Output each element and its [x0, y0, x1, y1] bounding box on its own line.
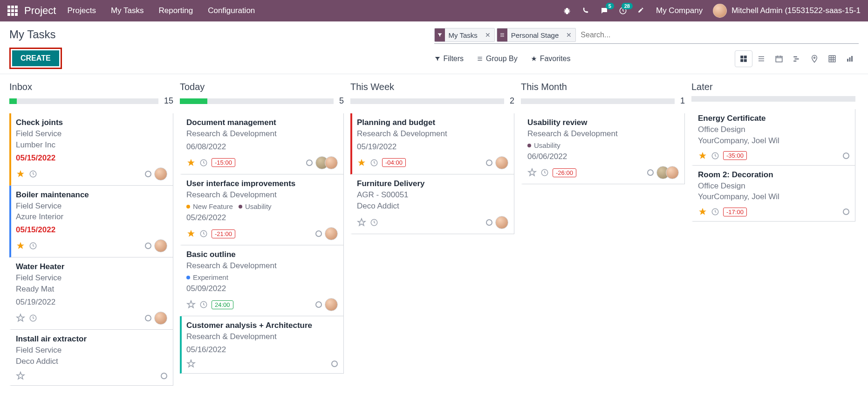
facet-remove[interactable]: ✕: [481, 31, 494, 39]
svg-rect-5: [776, 56, 782, 62]
clock-icon[interactable]: [711, 152, 719, 160]
task-card[interactable]: Install air extractorField ServiceDeco A…: [9, 330, 173, 386]
pivot-view-button[interactable]: [823, 50, 841, 67]
graph-view-button[interactable]: [841, 50, 859, 67]
progress-bar[interactable]: [180, 98, 334, 104]
status-dot[interactable]: [161, 373, 167, 379]
status-dot[interactable]: [315, 230, 322, 237]
kanban-column: Inbox 15 Check jointsField ServiceLumber…: [9, 82, 173, 397]
star-icon[interactable]: [16, 371, 25, 381]
star-icon[interactable]: [357, 158, 366, 167]
clock-icon[interactable]: [29, 242, 37, 250]
task-card[interactable]: Planning and budgetResearch & Developmen…: [350, 113, 514, 174]
task-card[interactable]: User interface improvementsResearch & De…: [180, 174, 344, 245]
progress-bar[interactable]: [691, 96, 855, 102]
kanban-view-button[interactable]: [735, 50, 752, 67]
clock-icon[interactable]: [29, 170, 37, 178]
facet-remove[interactable]: ✕: [562, 31, 575, 39]
star-icon[interactable]: [16, 313, 25, 323]
status-dot[interactable]: [843, 208, 849, 215]
list-view-button[interactable]: [752, 50, 770, 67]
company-selector[interactable]: My Company: [656, 6, 703, 15]
assignee-avatar: [325, 298, 338, 311]
assignees[interactable]: [154, 167, 167, 181]
star-icon[interactable]: [186, 300, 196, 309]
column-title[interactable]: Today: [180, 82, 344, 92]
task-card[interactable]: Document managementResearch & Developmen…: [180, 113, 344, 174]
clock-icon[interactable]: [199, 300, 208, 309]
nav-link-projects[interactable]: Projects: [67, 6, 96, 15]
status-dot[interactable]: [306, 160, 313, 166]
clock-icon[interactable]: [540, 168, 549, 177]
assignees[interactable]: [325, 227, 338, 240]
column-title[interactable]: Inbox: [9, 82, 173, 92]
nav-link-reporting[interactable]: Reporting: [158, 6, 193, 15]
status-dot[interactable]: [315, 301, 322, 308]
progress-bar[interactable]: [9, 98, 158, 104]
task-project: Research & Development: [357, 128, 508, 139]
app-brand[interactable]: Project: [24, 5, 56, 17]
star-icon[interactable]: [357, 218, 366, 227]
clock-icon[interactable]: [370, 159, 378, 167]
favorites-button[interactable]: Favorites: [531, 55, 571, 63]
status-dot[interactable]: [145, 243, 151, 249]
assignees[interactable]: [495, 156, 508, 169]
user-menu[interactable]: Mitchell Admin (15531522-saas-15-1: [713, 4, 861, 18]
task-card[interactable]: Water HeaterField ServiceReady Mat05/19/…: [9, 257, 173, 330]
task-card[interactable]: Check jointsField ServiceLumber Inc05/15…: [9, 113, 173, 186]
progress-bar[interactable]: [521, 98, 675, 104]
task-card[interactable]: Energy CertificateOffice DesignYourCompa…: [691, 109, 855, 166]
groupby-button[interactable]: Group By: [477, 55, 518, 63]
clock-icon[interactable]: [199, 159, 208, 167]
clock-icon[interactable]: [370, 218, 378, 227]
status-dot[interactable]: [331, 361, 338, 367]
task-card[interactable]: Room 2: DecorationOffice DesignYourCompa…: [691, 166, 855, 222]
star-icon[interactable]: [186, 229, 196, 238]
assignees[interactable]: [495, 216, 508, 229]
task-card[interactable]: Furniture DeliveryAGR - S00051Deco Addic…: [350, 174, 514, 235]
status-dot[interactable]: [486, 160, 492, 166]
assignees[interactable]: [154, 239, 167, 252]
tools-icon[interactable]: [637, 7, 646, 15]
clock-icon[interactable]: [29, 314, 37, 322]
status-dot[interactable]: [843, 153, 849, 159]
phone-icon[interactable]: [581, 7, 590, 15]
assignees[interactable]: [315, 156, 338, 169]
star-icon[interactable]: [186, 359, 196, 368]
star-icon[interactable]: [698, 207, 707, 216]
star-icon[interactable]: [16, 169, 25, 179]
task-card[interactable]: Basic outlineResearch & DevelopmentExper…: [180, 245, 344, 316]
bug-icon[interactable]: [563, 7, 571, 15]
activities-icon[interactable]: 28: [619, 7, 627, 15]
filters-button[interactable]: Filters: [434, 55, 464, 63]
map-view-button[interactable]: [806, 50, 823, 67]
assignees[interactable]: [656, 166, 679, 179]
assignees[interactable]: [154, 312, 167, 325]
messages-icon[interactable]: 5: [600, 7, 608, 15]
status-dot[interactable]: [145, 315, 151, 321]
column-title[interactable]: Later: [691, 82, 855, 92]
column-title[interactable]: This Month: [521, 82, 685, 92]
status-dot[interactable]: [647, 169, 654, 176]
star-icon[interactable]: [186, 158, 196, 167]
task-card[interactable]: Boiler maintenanceField ServiceAzure Int…: [9, 186, 173, 258]
column-title[interactable]: This Week: [350, 82, 514, 92]
clock-icon[interactable]: [711, 208, 719, 216]
search-input[interactable]: [578, 29, 859, 41]
assignees[interactable]: [325, 298, 338, 311]
nav-link-mytasks[interactable]: My Tasks: [111, 6, 144, 15]
nav-link-configuration[interactable]: Configuration: [208, 6, 255, 15]
apps-icon[interactable]: [7, 6, 18, 16]
task-card[interactable]: Usability reviewResearch & DevelopmentUs…: [521, 113, 685, 184]
create-button[interactable]: CREATE: [12, 50, 59, 66]
star-icon[interactable]: [16, 241, 25, 250]
star-icon[interactable]: [698, 151, 707, 160]
status-dot[interactable]: [486, 219, 492, 226]
status-dot[interactable]: [145, 171, 151, 177]
star-icon[interactable]: [527, 168, 537, 177]
clock-icon[interactable]: [199, 229, 208, 238]
gantt-view-button[interactable]: [788, 50, 806, 67]
task-card[interactable]: Customer analysis + ArchitectureResearch…: [180, 316, 344, 374]
progress-bar[interactable]: [350, 98, 504, 104]
calendar-view-button[interactable]: [770, 50, 788, 67]
